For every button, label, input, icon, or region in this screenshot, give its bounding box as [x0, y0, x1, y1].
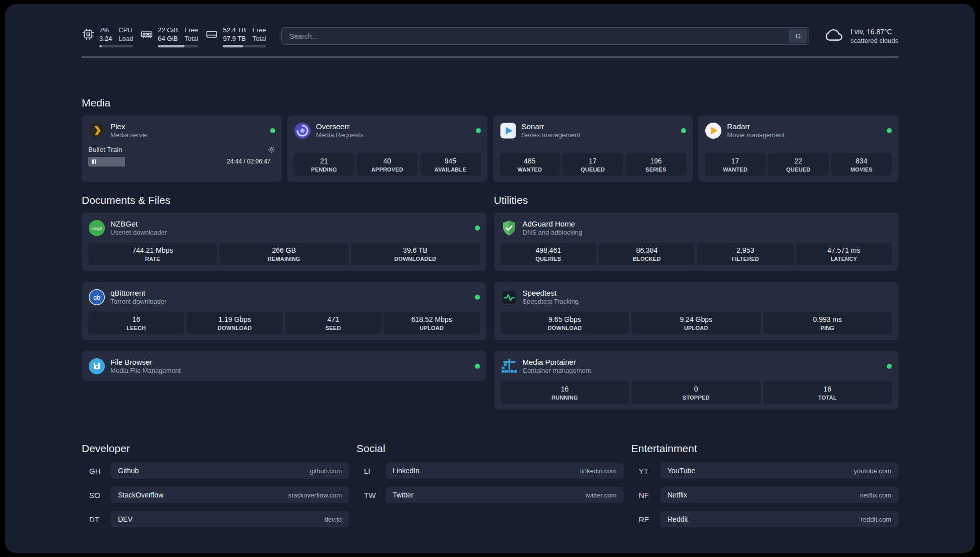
- service-title: Media Portainer: [523, 357, 591, 367]
- stat-box: 16 RUNNING: [501, 381, 630, 404]
- bookmark-domain: stackoverflow.com: [288, 491, 342, 499]
- service-title: Plex: [110, 122, 148, 131]
- disk-total-label: Total: [253, 35, 266, 43]
- stat-box: 17 WANTED: [705, 153, 765, 176]
- stat-value: 16: [764, 384, 891, 394]
- bookmark-domain: dev.to: [325, 516, 342, 523]
- service-subtitle: Media File Management: [110, 367, 180, 375]
- stat-label: STOPPED: [633, 394, 760, 401]
- search-provider-button[interactable]: G: [789, 29, 807, 43]
- bookmark-link-stackoverflow[interactable]: StackOverflow stackoverflow.com: [111, 487, 349, 503]
- service-title: File Browser: [110, 357, 180, 367]
- section-title-utilities: Utilities: [494, 194, 899, 206]
- stat-box: 485 WANTED: [500, 153, 560, 176]
- bookmark-name: DEV: [118, 515, 133, 523]
- stat-box: 47.571 ms LATENCY: [796, 243, 892, 265]
- bookmark-link-github[interactable]: Github github.com: [111, 463, 349, 479]
- stat-label: LEECH: [89, 324, 183, 331]
- status-dot: [887, 364, 892, 369]
- svg-text:qb: qb: [93, 294, 100, 301]
- stat-box: 834 MOVIES: [831, 153, 892, 176]
- stat-label: MOVIES: [832, 166, 891, 173]
- stat-box: 266 GB REMAINING: [220, 243, 349, 265]
- bookmark-domain: twitter.com: [585, 491, 617, 499]
- stat-box: 22 QUEUED: [768, 153, 829, 176]
- service-card-overseerr[interactable]: Overseerr Media Requests 21 PENDING 40 A…: [287, 116, 487, 182]
- cloud-icon: [823, 27, 844, 45]
- bookmark-name: Reddit: [667, 515, 688, 523]
- disk-total-value: 97.9 TB: [223, 35, 246, 43]
- memory-usage-bar: [158, 45, 198, 47]
- gear-icon[interactable]: [268, 146, 275, 153]
- stat-label: WANTED: [706, 166, 764, 173]
- stat-label: UPLOAD: [633, 324, 760, 331]
- bookmark-link-dev[interactable]: DEV dev.to: [111, 511, 349, 527]
- stat-value: 945: [421, 156, 479, 166]
- bookmark-link-twitter[interactable]: Twitter twitter.com: [386, 487, 624, 503]
- stat-box: 9.65 Gbps DOWNLOAD: [501, 312, 630, 334]
- bookmark-abbr: LI: [356, 467, 386, 475]
- stat-box: 471 SEED: [285, 312, 381, 334]
- bookmark-name: Netflix: [667, 491, 687, 499]
- memory-icon: [140, 28, 153, 47]
- bookmark-row-github: GH Github github.com: [82, 463, 349, 479]
- service-card-radarr[interactable]: Radarr Movie management 17 WANTED 22 QUE…: [698, 116, 898, 182]
- bookmark-row-netflix: NF Netflix netflix.com: [631, 487, 898, 503]
- section-title-entertainment: Entertainment: [631, 442, 898, 455]
- cpu-widget: 7% 3.24 CPU Load: [82, 26, 133, 47]
- topbar-divider: [82, 57, 898, 58]
- stat-label: SEED: [286, 324, 380, 331]
- qbittorrent-icon: qb: [88, 289, 105, 306]
- stat-label: DOWNLOADED: [352, 255, 479, 262]
- stat-box: 86,384 BLOCKED: [599, 243, 695, 265]
- pause-icon: [92, 159, 96, 164]
- bookmark-name: StackOverflow: [118, 491, 163, 499]
- bookmark-abbr: NF: [631, 491, 660, 499]
- bookmark-link-netflix[interactable]: Netflix netflix.com: [660, 487, 898, 503]
- weather-condition: scattered clouds: [850, 36, 898, 45]
- service-card-nzbget[interactable]: nzbget NZBGet Usenet downloader 74: [82, 213, 486, 271]
- service-card-qbittorrent[interactable]: qb qBittorrent Torrent downloader: [82, 282, 486, 340]
- service-card-sonarr[interactable]: Sonarr Series management 485 WANTED 17 Q…: [493, 116, 693, 182]
- status-dot: [475, 226, 480, 231]
- service-card-adguard[interactable]: AdGuard Home DNS and adblocking 498,461 …: [494, 213, 899, 271]
- nzbget-icon: nzbget: [88, 219, 105, 237]
- service-subtitle: Media server: [110, 131, 148, 139]
- stat-box: 498,461 QUERIES: [501, 243, 596, 265]
- service-card-portainer[interactable]: Media Portainer Container management 16 …: [494, 351, 899, 410]
- status-dot: [887, 128, 892, 133]
- service-card-speedtest[interactable]: Speedtest Speedtest Tracking 9.65 Gbps D…: [494, 282, 899, 340]
- service-card-filebrowser[interactable]: File Browser Media File Management: [82, 351, 486, 381]
- portainer-icon: [501, 358, 518, 375]
- radarr-icon: [705, 122, 722, 139]
- stat-label: DOWNLOAD: [188, 324, 281, 331]
- stat-label: BLOCKED: [600, 255, 694, 262]
- search-bar: G: [281, 27, 809, 45]
- service-card-plex[interactable]: Plex Media server Bullet Train: [82, 116, 282, 182]
- disk-usage-bar: [223, 45, 266, 47]
- bookmark-domain: reddit.com: [861, 516, 891, 523]
- bookmark-abbr: TW: [356, 491, 386, 499]
- memory-widget: 22 GiB 64 GiB Free Total: [140, 26, 198, 47]
- service-title: AdGuard Home: [523, 219, 583, 229]
- cpu-usage-bar-fill: [99, 45, 102, 47]
- chip-icon: [82, 28, 95, 47]
- stat-value: 21: [295, 156, 353, 166]
- bookmark-link-linkedin[interactable]: LinkedIn linkedin.com: [386, 463, 624, 479]
- disk-free-label: Free: [253, 26, 266, 35]
- stat-value: 16: [502, 384, 629, 394]
- cpu-load-value: 3.24: [99, 35, 112, 43]
- stat-value: 196: [627, 156, 685, 166]
- bookmark-link-reddit[interactable]: Reddit reddit.com: [660, 511, 898, 527]
- service-title: Overseerr: [316, 122, 363, 131]
- bookmark-link-youtube[interactable]: YouTube youtube.com: [660, 463, 898, 479]
- stat-value: 834: [832, 156, 891, 166]
- search-input[interactable]: [281, 27, 809, 45]
- stat-label: QUEUED: [769, 166, 828, 173]
- bookmark-row-youtube: YT YouTube youtube.com: [631, 463, 898, 479]
- stat-value: 47.571 ms: [797, 246, 891, 255]
- bookmark-row-stackoverflow: SO StackOverflow stackoverflow.com: [82, 487, 349, 503]
- cpu-load-label: Load: [118, 35, 133, 43]
- section-title-media: Media: [82, 97, 898, 109]
- weather-location: Lviv, 16.87°C: [850, 27, 898, 36]
